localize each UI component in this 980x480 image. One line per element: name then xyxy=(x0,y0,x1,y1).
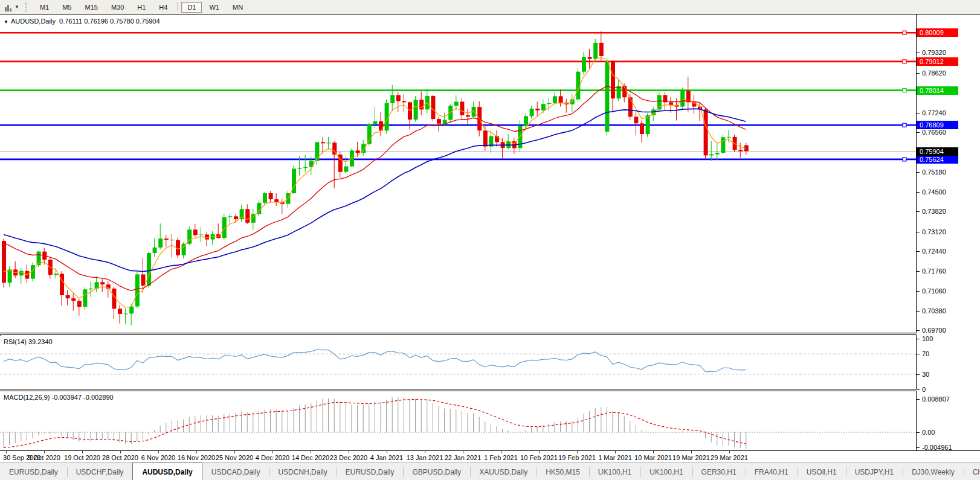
date-label: 19 Oct 2020 xyxy=(64,454,100,461)
axis-tick xyxy=(917,339,920,339)
chart-tab-bar: EURUSD,DailyUSDCHF,DailyAUDUSD,DailyUSDC… xyxy=(0,462,980,480)
tab-usdchf-daily[interactable]: USDCHF,Daily xyxy=(67,463,133,480)
rsi-line xyxy=(4,350,746,372)
tab-usdcad-daily[interactable]: USDCAD,Daily xyxy=(202,463,269,480)
candle-body xyxy=(657,95,662,109)
timeframe-button-w1[interactable]: W1 xyxy=(203,2,225,13)
toolbar-grip-handle[interactable] xyxy=(25,2,30,12)
candle-body xyxy=(704,109,708,155)
timeframe-button-h4[interactable]: H4 xyxy=(153,2,173,13)
candle-body xyxy=(141,274,145,286)
tab-china300-h1[interactable]: CHINA300,H1 xyxy=(964,463,980,480)
candle-body xyxy=(419,100,424,109)
price-tick-label: 0.77240 xyxy=(922,109,946,117)
axis-tick xyxy=(917,132,920,133)
date-tick xyxy=(158,451,159,453)
candle-body xyxy=(628,97,633,117)
timeframe-button-mn[interactable]: MN xyxy=(227,2,249,13)
ma-line-fast xyxy=(4,58,746,307)
date-tick xyxy=(120,451,121,453)
timeframe-button-m5[interactable]: M5 xyxy=(56,2,77,13)
level-line-handle[interactable] xyxy=(903,31,906,34)
tab-eurusd-daily[interactable]: EURUSD,Daily xyxy=(0,463,67,480)
candle-body xyxy=(524,116,528,126)
level-line-handle[interactable] xyxy=(903,123,906,127)
date-label: 9 Oct 2020 xyxy=(28,454,60,461)
tab-eurusd-daily[interactable]: EURUSD,Daily xyxy=(337,463,404,480)
price-tick-label: 0.73120 xyxy=(922,228,946,235)
candle-body xyxy=(118,309,122,314)
macd-label: MACD(12,26,9) -0.003947 -0.002890 xyxy=(4,394,114,401)
level-line-handle[interactable] xyxy=(903,60,906,63)
tab-audusd-daily[interactable]: AUDUSD,Daily xyxy=(132,462,202,480)
macd-tick-label: 0.008807 xyxy=(922,395,950,403)
candle-body xyxy=(344,167,348,172)
axis-tick xyxy=(917,447,920,448)
level-line-handle[interactable] xyxy=(903,158,906,161)
level-line-handle[interactable] xyxy=(903,89,906,92)
tab-usoil-h1[interactable]: USOil,H1 xyxy=(798,463,846,480)
rsi-indicator-panel[interactable] xyxy=(0,336,916,389)
candle-body xyxy=(147,253,151,286)
candle-body xyxy=(495,136,499,142)
axis-tick xyxy=(917,354,920,354)
tab-xauusd-daily[interactable]: XAUUSD,Daily xyxy=(470,463,537,480)
current-price-label: 0.75904 xyxy=(917,147,958,156)
timeframe-button-d1[interactable]: D1 xyxy=(181,2,202,13)
tab-hk50-m15[interactable]: HK50,M15 xyxy=(537,463,589,480)
date-label: 29 Mar 2021 xyxy=(711,454,748,461)
candle-body xyxy=(727,137,731,138)
price-axis[interactable]: 0.793200.786200.779400.772400.765600.758… xyxy=(917,14,980,450)
candlestick-chart[interactable] xyxy=(0,14,916,333)
candle-body xyxy=(66,295,70,298)
chart-periods-icon[interactable] xyxy=(2,1,14,13)
candle-body xyxy=(721,137,725,153)
candle-body xyxy=(164,238,169,240)
date-label: 10 Feb 2021 xyxy=(520,454,558,461)
date-tick xyxy=(463,451,463,453)
tab-usdcnh-daily[interactable]: USDCNH,Daily xyxy=(269,463,336,480)
timeframe-button-m30[interactable]: M30 xyxy=(105,2,130,13)
candle-body xyxy=(454,101,459,106)
candle-body xyxy=(234,216,238,219)
date-label: 22 Jan 2021 xyxy=(445,454,482,461)
candle-body xyxy=(709,154,714,155)
price-tick-label: 0.79320 xyxy=(922,49,946,56)
date-tick xyxy=(387,451,387,453)
date-tick xyxy=(729,451,730,453)
candle-body xyxy=(640,123,644,134)
candle-body xyxy=(176,240,180,255)
tab-uk100-h1[interactable]: UK100,H1 xyxy=(640,463,692,480)
timeframe-button-m15[interactable]: M15 xyxy=(79,2,103,13)
candle-body xyxy=(158,238,163,248)
date-tick xyxy=(272,451,273,453)
timeframe-button-h1[interactable]: H1 xyxy=(131,2,152,13)
macd-indicator-panel[interactable] xyxy=(0,391,916,450)
price-tick-label: 0.71060 xyxy=(922,287,946,295)
date-axis[interactable]: 30 Sep 20209 Oct 202019 Oct 202028 Oct 2… xyxy=(0,451,980,462)
axis-tick xyxy=(917,330,920,331)
axis-tick xyxy=(917,374,920,375)
date-label: 19 Feb 2021 xyxy=(558,454,596,461)
tab-gbpusd-daily[interactable]: GBPUSD,Daily xyxy=(403,463,470,480)
panel-separator-rsi[interactable] xyxy=(0,333,980,335)
candle-body xyxy=(530,109,534,116)
timeframe-button-m1[interactable]: M1 xyxy=(34,2,55,13)
tab-uk100-h1[interactable]: UK100,H1 xyxy=(589,463,640,480)
date-tick xyxy=(501,451,501,453)
candle-body xyxy=(303,167,308,168)
chevron-down-icon[interactable]: ▼ xyxy=(15,4,19,10)
tab-fra40-h1[interactable]: FRA40,H1 xyxy=(746,463,798,480)
date-label: 13 Jan 2021 xyxy=(407,454,443,461)
chart-symbol-period: AUDUSD,Daily xyxy=(11,18,56,25)
candle-body xyxy=(327,142,331,143)
tab-usdjpy-h1[interactable]: USDJPY,H1 xyxy=(846,463,903,480)
candle-body xyxy=(19,271,24,276)
date-tick xyxy=(44,451,45,453)
date-label: 14 Dec 2020 xyxy=(292,454,329,461)
date-tick xyxy=(653,451,654,453)
candle-body xyxy=(559,96,563,103)
collapse-triangle-icon[interactable]: ▼ xyxy=(4,19,8,25)
tab-ger30-h1[interactable]: GER30,H1 xyxy=(692,463,746,480)
tab-dj30-weekly[interactable]: DJ30,Weekly xyxy=(903,463,963,480)
